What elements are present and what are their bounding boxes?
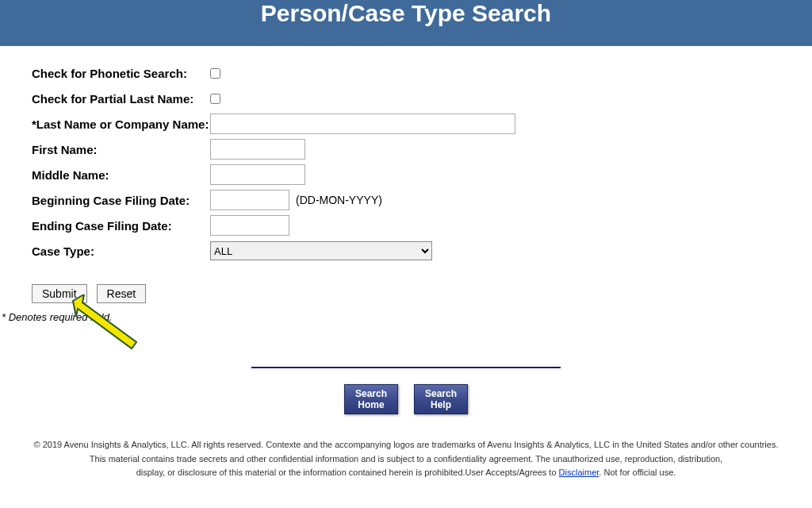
footer: © 2019 Avenu Insights & Analytics, LLC. …: [0, 438, 812, 496]
begin-date-row: Beginning Case Filing Date: (DD-MON-YYYY…: [32, 189, 780, 211]
casetype-select[interactable]: ALL: [210, 241, 432, 260]
page-title: Person/Case Type Search: [261, 0, 551, 27]
search-form: Check for Phonetic Search: Check for Par…: [0, 46, 812, 331]
search-help-line2: Help: [431, 399, 451, 410]
search-home-button[interactable]: Search Home: [344, 384, 398, 414]
middlename-input[interactable]: [210, 164, 305, 185]
end-date-row: Ending Case Filing Date:: [32, 214, 780, 237]
end-date-label: Ending Case Filing Date:: [32, 219, 210, 233]
firstname-input[interactable]: [210, 139, 305, 160]
button-row: Submit Reset: [32, 284, 780, 303]
search-home-line2: Home: [358, 399, 384, 410]
phonetic-row: Check for Phonetic Search:: [32, 62, 780, 84]
middlename-label: Middle Name:: [32, 168, 210, 182]
begin-date-input[interactable]: [210, 190, 289, 210]
lastname-label: *Last Name or Company Name:: [32, 117, 210, 131]
casetype-row: Case Type: ALL: [32, 240, 780, 262]
partial-label: Check for Partial Last Name:: [32, 92, 210, 106]
begin-date-label: Beginning Case Filing Date:: [32, 194, 210, 207]
firstname-row: First Name:: [32, 138, 780, 160]
nav-button-row: Search Home Search Help: [0, 384, 812, 414]
header-banner: Person/Case Type Search: [0, 0, 812, 46]
casetype-label: Case Type:: [32, 244, 210, 258]
search-help-line1: Search: [425, 388, 457, 399]
disclaimer-link[interactable]: Disclaimer: [559, 468, 599, 477]
partial-row: Check for Partial Last Name:: [32, 87, 780, 110]
firstname-label: First Name:: [32, 143, 210, 156]
end-date-input[interactable]: [210, 215, 289, 236]
arrow-icon: [65, 294, 144, 358]
middlename-row: Middle Name:: [32, 164, 780, 186]
search-home-line1: Search: [355, 388, 387, 399]
footer-line3: display, or disclosure of this material …: [32, 466, 780, 480]
footer-line1: © 2019 Avenu Insights & Analytics, LLC. …: [32, 438, 780, 452]
date-format-hint: (DD-MON-YYYY): [296, 194, 382, 206]
phonetic-label: Check for Phonetic Search:: [32, 67, 210, 80]
search-help-button[interactable]: Search Help: [414, 384, 468, 414]
footer-line2: This material contains trade secrets and…: [32, 452, 780, 467]
phonetic-checkbox[interactable]: [210, 68, 220, 79]
partial-lastname-checkbox[interactable]: [210, 94, 220, 104]
footer-line3b: . Not for official use.: [599, 468, 676, 477]
separator-line: [251, 367, 561, 368]
lastname-input[interactable]: [210, 114, 515, 134]
reset-button[interactable]: Reset: [97, 284, 147, 303]
lastname-row: *Last Name or Company Name:: [32, 113, 780, 135]
footer-line3a: display, or disclosure of this material …: [136, 468, 559, 477]
required-fields-note: * Denotes required field.: [2, 311, 780, 323]
submit-button[interactable]: Submit: [32, 284, 87, 303]
